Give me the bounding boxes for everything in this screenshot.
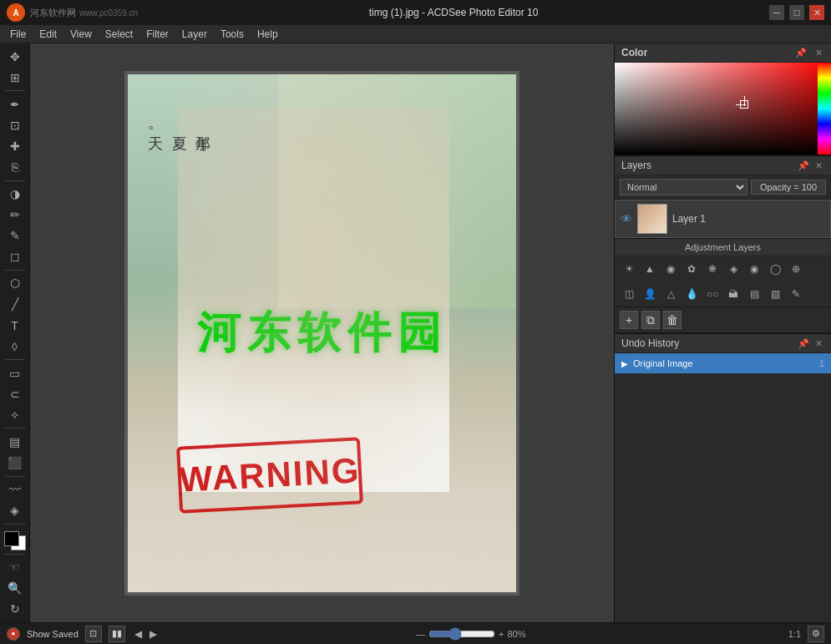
adj-icon-hsl[interactable]: ✿ [682,260,701,278]
zoom-level-label: 80% [507,629,525,639]
tool-eyedropper[interactable]: ✒ [3,94,27,114]
tool-crop[interactable]: ⊡ [3,115,27,134]
adj-icon-threshold[interactable]: △ [661,285,680,303]
chinese-caption: 那年夏天。 [143,124,215,139]
adj-icon-text[interactable]: ✎ [787,285,805,303]
adj-icon-vignette[interactable]: ⊕ [787,260,805,278]
tool-brush[interactable]: ✏ [3,205,27,225]
blend-mode-dropdown[interactable]: Normal Multiply Screen Overlay [620,179,747,195]
tool-move[interactable]: ✥ [3,47,27,66]
menu-bar: File Edit View Select Filter Layer Tools… [0,25,831,43]
adj-icon-portrait[interactable]: 👤 [641,285,659,303]
tool-clone[interactable]: ⎘ [3,157,27,176]
tool-line[interactable]: ╱ [3,295,27,314]
adj-icon-white-balance[interactable]: ❋ [703,260,722,278]
color-panel-pin[interactable]: 📌 [793,48,808,58]
statusbar-options-button[interactable]: ⚙ [808,626,824,642]
opacity-input[interactable]: Opacity = 100 [751,180,826,195]
tool-fill[interactable]: ⬛ [3,453,27,472]
nav-prev-button[interactable]: ◀ [132,627,145,641]
canvas-area[interactable]: 那年夏天。 河东软件园 WARNING [30,43,614,622]
tool-eraser[interactable]: ◻ [3,247,27,266]
adj-icon-curves[interactable]: ◉ [661,260,680,278]
nav-next-button[interactable]: ▶ [147,627,160,641]
tool-heal[interactable]: ✚ [3,136,27,155]
tool-pencil[interactable]: ✎ [3,226,27,246]
menu-file[interactable]: File [3,27,33,42]
window-title: timg (1).jpg - ACDSee Photo Editor 10 [138,7,769,18]
tool-rotate[interactable]: ↻ [3,600,27,619]
adj-icon-texture[interactable]: ◫ [620,285,638,303]
tool-select-rect[interactable]: ▭ [3,363,27,383]
adj-duplicate-button[interactable]: ⧉ [641,311,660,329]
color-swatches[interactable] [4,531,26,550]
statusbar-fit-button[interactable]: ⊡ [85,626,102,642]
canvas-image: 那年夏天。 河东软件园 WARNING [128,74,516,592]
undo-panel-title: Undo History [621,337,679,349]
tool-sharpen[interactable]: ◈ [3,501,27,520]
adj-icon-brightness[interactable]: ☀ [620,260,638,278]
tool-pen[interactable]: ◊ [3,337,27,356]
layers-panel-title: Layers [621,160,651,171]
tool-smudge[interactable]: 〰 [3,479,27,499]
watermark-text: 河东软件园 [197,304,448,363]
menu-view[interactable]: View [63,27,99,42]
layers-panel-pin[interactable]: 📌 [796,160,811,171]
adjustment-layers-panel: Adjustment Layers ☀ ▲ ◉ ✿ ❋ ◈ ◉ ◯ ⊕ ◫ 👤 … [615,238,831,333]
zoom-plus[interactable]: + [499,629,504,639]
tool-text[interactable]: T [3,316,27,335]
adj-icon-sharpen[interactable]: ◈ [724,260,742,278]
app-logo-text: 河东软件网 [30,7,76,19]
close-button[interactable]: ✕ [809,5,824,20]
color-panel-title: Color [621,47,647,58]
adj-icons-row-2: ◫ 👤 △ 💧 ○○ 🏔 ▤ ▨ ✎ [615,281,831,307]
statusbar-histogram-button[interactable]: ▮▮ [109,626,125,642]
adj-icon-levels[interactable]: ▲ [641,260,659,278]
show-saved-label[interactable]: Show Saved [27,629,79,639]
tool-hand[interactable]: ☜ [3,558,27,577]
undo-panel-pin[interactable]: 📌 [796,338,811,349]
layer-thumbnail [637,204,667,234]
tool-shape[interactable]: ⬡ [3,274,27,293]
adj-add-button[interactable]: + [620,311,638,329]
layer-1-name: Layer 1 [672,213,706,225]
adj-panel-header: Adjustment Layers [615,239,831,256]
menu-tools[interactable]: Tools [214,27,251,42]
adj-icon-color-balance[interactable]: 💧 [682,285,701,303]
tool-gradient[interactable]: ▤ [3,432,27,451]
tool-zoom-fit[interactable]: ⊞ [3,68,27,87]
maximize-button[interactable]: □ [789,5,804,20]
tool-select-lasso[interactable]: ⊂ [3,384,27,403]
undo-panel-close[interactable]: ✕ [813,338,824,349]
color-panel-close[interactable]: ✕ [813,48,824,58]
menu-select[interactable]: Select [99,27,139,42]
zoom-slider-area: — + 80% [167,627,775,641]
undo-history-item[interactable]: ▶ Original Image 1 [615,353,831,373]
layer-visibility-icon[interactable]: 👁 [621,212,632,226]
minimize-button[interactable]: ─ [769,5,784,20]
canvas-background: 那年夏天。 河东软件园 WARNING [124,71,519,596]
menu-layer[interactable]: Layer [175,27,214,42]
adj-icon-noise[interactable]: 🏔 [724,285,742,303]
menu-help[interactable]: Help [251,27,285,42]
adj-icon-grain[interactable]: ▤ [745,285,763,303]
adj-delete-button[interactable]: 🗑 [663,311,682,329]
adj-icon-photo-filter[interactable]: ◯ [766,260,784,278]
tool-dodge[interactable]: ◑ [3,184,27,203]
zoom-slider[interactable] [428,627,495,641]
left-toolbar: ✥ ⊞ ✒ ⊡ ✚ ⎘ ◑ ✏ ✎ ◻ ⬡ ╱ T ◊ ▭ ⊂ ⟡ ▤ ⬛ 〰 … [0,43,30,622]
layers-controls: Normal Multiply Screen Overlay Opacity =… [615,175,831,200]
adj-icon-overlay-color[interactable]: ○○ [703,285,722,303]
color-picker-gradient-area[interactable] [615,63,831,155]
layers-panel-close[interactable]: ✕ [813,160,824,171]
statusbar-record-button[interactable]: ● [7,627,20,641]
menu-edit[interactable]: Edit [33,27,63,42]
tool-magic-wand[interactable]: ⟡ [3,405,27,424]
tool-zoom[interactable]: 🔍 [3,579,27,598]
color-spectrum-bar[interactable] [818,63,831,155]
adj-icon-halftone[interactable]: ▨ [766,285,784,303]
layer-1-item[interactable]: 👁 Layer 1 [615,200,831,238]
adj-icon-colorize[interactable]: ◉ [745,260,763,278]
menu-filter[interactable]: Filter [139,27,175,42]
zoom-minus[interactable]: — [416,629,425,639]
